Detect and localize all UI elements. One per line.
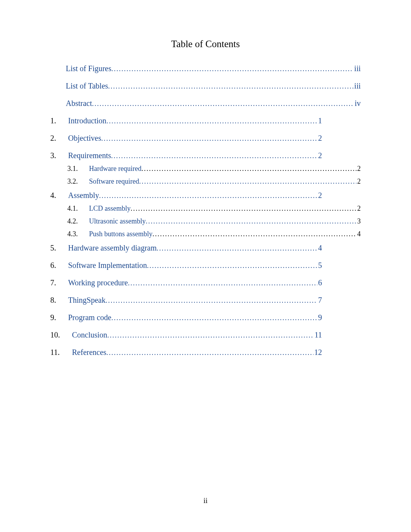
toc-num: 1.	[50, 116, 68, 125]
toc-page-ref[interactable]: 5	[317, 261, 322, 270]
toc-leader	[111, 152, 317, 160]
toc-page-ref[interactable]: 1	[317, 116, 322, 125]
toc-num: 9.	[50, 313, 68, 322]
toc-subentry: 3.1. Hardware required 2	[66, 165, 361, 173]
toc-subentry: 4.2. Ultrasonic assembly 3	[66, 217, 361, 225]
toc-leader	[107, 331, 314, 339]
toc-link[interactable]: References	[72, 348, 106, 357]
toc-leader	[92, 100, 354, 108]
toc-link[interactable]: List of Tables	[66, 82, 108, 90]
toc-num: 8.	[50, 296, 68, 305]
toc-link[interactable]: Requirements	[68, 151, 111, 160]
toc-link[interactable]: ThingSpeak	[68, 296, 106, 305]
toc-page-ref[interactable]: 2	[317, 134, 322, 143]
toc-entry-introduction: 1. Introduction 1	[50, 116, 361, 125]
toc-entry-references: 11. References 12	[50, 348, 361, 357]
toc-page-ref[interactable]: iii	[353, 82, 361, 90]
page-number: ii	[0, 496, 411, 505]
toc-page-ref[interactable]: 2	[317, 191, 322, 200]
toc-num: 5.	[50, 244, 68, 252]
toc-entry-hardware-diagram: 5. Hardware assembly diagram 4	[50, 244, 361, 252]
toc-page-ref[interactable]: iv	[354, 99, 361, 108]
toc-leader	[99, 192, 317, 200]
toc-subnum: 3.1.	[66, 165, 89, 173]
toc-page-ref: 4	[356, 230, 361, 238]
toc-leader	[146, 217, 356, 225]
toc-entry-working-procedure: 7. Working procedure 6	[50, 278, 361, 287]
toc-list: List of Figures iii List of Tables iii A…	[50, 64, 361, 357]
toc-leader	[152, 230, 356, 238]
toc-entry-list-of-figures: List of Figures iii	[50, 64, 361, 73]
toc-entry-requirements: 3. Requirements 2	[50, 151, 361, 160]
toc-page-ref[interactable]: 11	[314, 331, 322, 339]
toc-num: 11.	[50, 348, 72, 357]
toc-link[interactable]: Program code	[68, 313, 111, 322]
toc-leader	[108, 82, 353, 90]
toc-link[interactable]: Working procedure	[68, 278, 128, 287]
toc-link[interactable]: Software required	[89, 177, 139, 186]
toc-leader	[141, 165, 356, 173]
toc-page-ref: 2	[356, 165, 361, 173]
toc-leader	[157, 244, 317, 252]
toc-subnum: 4.2.	[66, 217, 89, 225]
toc-num: 6.	[50, 261, 68, 270]
toc-entry-program-code: 9. Program code 9	[50, 313, 361, 322]
toc-link[interactable]: LCD assembly	[89, 205, 131, 213]
toc-leader	[128, 279, 317, 287]
toc-entry-abstract: Abstract iv	[50, 99, 361, 108]
toc-link[interactable]: Software Implementation	[68, 261, 147, 270]
toc-page-ref[interactable]: 6	[317, 278, 322, 287]
toc-link[interactable]: Ultrasonic assembly	[89, 217, 146, 225]
toc-page-ref[interactable]: 7	[317, 296, 322, 305]
toc-link[interactable]: Assembly	[68, 191, 99, 200]
toc-num: 3.	[50, 151, 68, 160]
toc-page-ref[interactable]: 2	[317, 151, 322, 160]
toc-leader	[106, 117, 317, 125]
toc-link[interactable]: Hardware required	[89, 165, 141, 173]
toc-subgroup-requirements: 3.1. Hardware required 2 3.2. Software r…	[50, 165, 361, 186]
toc-link[interactable]: List of Figures	[66, 64, 111, 73]
toc-subgroup-assembly: 4.1. LCD assembly 2 4.2. Ultrasonic asse…	[50, 205, 361, 238]
toc-leader	[106, 349, 313, 357]
toc-subentry: 4.1. LCD assembly 2	[66, 205, 361, 213]
toc-link[interactable]: Hardware assembly diagram	[68, 244, 157, 252]
toc-link[interactable]: Push buttons assembly	[89, 230, 152, 238]
toc-page-ref[interactable]: iii	[353, 64, 361, 73]
toc-num: 4.	[50, 191, 68, 200]
toc-page: Table of Contents List of Figures iii Li…	[0, 0, 411, 389]
toc-page-ref[interactable]: 3	[356, 217, 361, 225]
toc-leader	[106, 297, 317, 305]
toc-leader	[139, 177, 356, 186]
toc-leader	[147, 262, 317, 270]
toc-entry-objectives: 2. Objectives 2	[50, 134, 361, 143]
toc-leader	[101, 135, 317, 143]
toc-subnum: 3.2.	[66, 177, 89, 186]
toc-entry-list-of-tables: List of Tables iii	[50, 82, 361, 90]
toc-leader	[131, 205, 357, 213]
toc-link[interactable]: Abstract	[66, 99, 92, 108]
toc-num: 10.	[50, 331, 72, 339]
toc-num: 7.	[50, 278, 68, 287]
toc-subentry: 3.2. Software required 2	[66, 177, 361, 186]
toc-subnum: 4.1.	[66, 205, 89, 213]
toc-link[interactable]: Introduction	[68, 116, 106, 125]
toc-page-ref[interactable]: 4	[317, 244, 322, 252]
toc-num: 2.	[50, 134, 68, 143]
toc-link[interactable]: Objectives	[68, 134, 101, 143]
toc-entry-conclusion: 10. Conclusion 11	[50, 331, 361, 339]
toc-page-ref[interactable]: 12	[313, 348, 322, 357]
toc-entry-assembly: 4. Assembly 2	[50, 191, 361, 200]
toc-page-ref[interactable]: 9	[317, 313, 322, 322]
toc-page-ref[interactable]: 2	[356, 177, 361, 186]
toc-entry-thingspeak: 8. ThingSpeak 7	[50, 296, 361, 305]
toc-subnum: 4.3.	[66, 230, 89, 238]
toc-leader	[111, 65, 354, 73]
toc-entry-software-impl: 6. Software Implementation 5	[50, 261, 361, 270]
page-title: Table of Contents	[50, 39, 361, 49]
toc-leader	[111, 314, 317, 322]
toc-page-ref: 2	[356, 205, 361, 213]
toc-link[interactable]: Conclusion	[72, 331, 107, 339]
toc-subentry: 4.3. Push buttons assembly 4	[66, 230, 361, 238]
